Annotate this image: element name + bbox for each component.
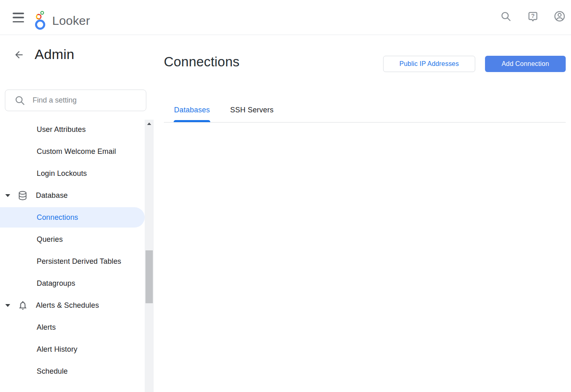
- sidebar-scrollbar[interactable]: [145, 120, 154, 392]
- sidebar-item-schedule[interactable]: Schedule: [0, 360, 145, 382]
- chevron-down-icon[interactable]: [5, 194, 10, 197]
- tab-databases[interactable]: Databases: [174, 98, 210, 122]
- sidebar-item-alerts[interactable]: Alerts: [0, 316, 145, 338]
- sidebar-item-queries[interactable]: Queries: [0, 228, 145, 250]
- sidebar-item-login-lockouts[interactable]: Login Lockouts: [0, 162, 145, 184]
- looker-admin-connections-page: Looker ?: [0, 0, 571, 392]
- account-icon[interactable]: [553, 10, 566, 23]
- sidebar-group-alerts-schedules[interactable]: Alerts & Schedules: [0, 294, 145, 316]
- sidebar-item-user-attributes[interactable]: User Attributes: [0, 118, 145, 140]
- chevron-down-icon[interactable]: [5, 304, 10, 307]
- scrollbar-thumb[interactable]: [146, 250, 153, 303]
- sidebar-item-datagroups[interactable]: Datagroups: [0, 272, 145, 294]
- search-icon[interactable]: [499, 10, 512, 23]
- sidebar-item-connections[interactable]: Connections: [0, 207, 145, 228]
- product-name: Looker: [52, 15, 90, 30]
- hamburger-menu-icon[interactable]: [11, 12, 25, 23]
- settings-nav: User Attributes Custom Welcome Email Log…: [0, 118, 145, 382]
- top-app-bar: Looker ?: [0, 0, 571, 35]
- sidebar-item-custom-welcome-email[interactable]: Custom Welcome Email: [0, 140, 145, 162]
- svg-text:?: ?: [531, 12, 535, 19]
- back-arrow-icon[interactable]: [13, 49, 24, 61]
- admin-sidebar: Admin User Attributes Custom Welcome Ema…: [0, 35, 154, 383]
- database-icon: [17, 190, 28, 201]
- connections-tabs: Databases SSH Servers: [164, 98, 566, 123]
- scroll-up-icon[interactable]: [145, 120, 154, 127]
- search-input[interactable]: [33, 96, 140, 105]
- public-ip-addresses-button[interactable]: Public IP Addresses: [383, 56, 475, 72]
- sidebar-title: Admin: [35, 46, 74, 62]
- page-title: Connections: [164, 54, 240, 70]
- find-setting-search[interactable]: [5, 90, 146, 111]
- search-icon: [14, 95, 25, 106]
- sidebar-item-persistent-derived-tables[interactable]: Persistent Derived Tables: [0, 250, 145, 272]
- help-icon[interactable]: ?: [526, 10, 539, 23]
- tab-ssh-servers[interactable]: SSH Servers: [230, 98, 273, 122]
- topbar-actions: ?: [499, 10, 566, 23]
- looker-logo-icon: [35, 11, 49, 30]
- bell-icon: [17, 300, 28, 311]
- sidebar-item-alert-history[interactable]: Alert History: [0, 338, 145, 360]
- sidebar-group-database[interactable]: Database: [0, 184, 145, 206]
- add-connection-button[interactable]: Add Connection: [485, 56, 566, 72]
- looker-logo[interactable]: Looker: [35, 5, 90, 30]
